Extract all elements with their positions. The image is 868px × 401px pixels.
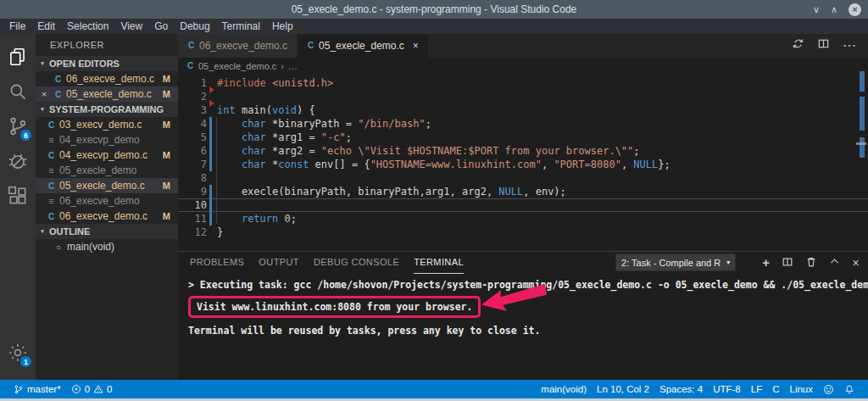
tree-item[interactable]: C 03_execv_demo.c M bbox=[36, 117, 178, 132]
minimize-window-icon[interactable]: ∨ bbox=[813, 5, 820, 14]
c-file-icon: C bbox=[187, 41, 195, 50]
close-tab-icon[interactable]: × bbox=[413, 40, 419, 52]
code-line[interactable]: 6 char *arg2 = "echo \"Visit $HOSTNAME:$… bbox=[178, 144, 868, 158]
symbol-status[interactable]: main(void) bbox=[536, 384, 592, 394]
code-line[interactable]: 3int main(void) { bbox=[178, 103, 868, 117]
tree-item-active[interactable]: C 05_execle_demo.c M bbox=[36, 178, 178, 193]
close-icon[interactable]: × bbox=[42, 89, 47, 99]
more-actions-icon[interactable]: ⋯ bbox=[843, 37, 856, 53]
close-window-icon[interactable]: × bbox=[849, 3, 861, 16]
code-text: char *arg2 = "echo \"Visit $HOSTNAME:$PO… bbox=[217, 144, 640, 158]
symbol-method-icon: ○ bbox=[54, 242, 63, 252]
outline-item[interactable]: ○ main(void) bbox=[36, 239, 178, 254]
search-icon[interactable] bbox=[0, 74, 36, 109]
git-modified-badge: M bbox=[163, 74, 170, 84]
editor-tab-active[interactable]: C 05_execle_demo.c × bbox=[298, 34, 429, 58]
tree-item[interactable]: C 06_execve_demo.c M bbox=[36, 209, 178, 224]
menu-item-terminal[interactable]: Terminal bbox=[216, 20, 266, 32]
code-token bbox=[266, 77, 272, 89]
code-line[interactable]: 5 char *arg1 = "-c"; bbox=[178, 131, 868, 144]
close-panel-icon[interactable]: × bbox=[852, 257, 860, 269]
panel-tab-output[interactable]: OUTPUT bbox=[259, 252, 299, 274]
code-area[interactable]: 1#include <unistd.h>23int main(void) {4 … bbox=[178, 75, 868, 251]
debug-icon[interactable] bbox=[0, 143, 36, 178]
breadcrumb-more[interactable]: … bbox=[288, 61, 298, 71]
bell-icon[interactable] bbox=[839, 384, 860, 395]
code-line[interactable]: 9 execle(binaryPath, binaryPath,arg1, ar… bbox=[178, 185, 868, 198]
indent-setting[interactable]: Spaces: 4 bbox=[654, 384, 708, 394]
tree-item[interactable]: ≡ 04_execvp_demo bbox=[36, 132, 178, 148]
maximize-panel-icon[interactable] bbox=[829, 256, 840, 269]
overview-ruler[interactable] bbox=[856, 34, 866, 251]
code-token: "PORT=8080" bbox=[554, 159, 620, 170]
code-line[interactable]: 2 bbox=[178, 90, 868, 103]
split-editor-icon[interactable] bbox=[817, 37, 830, 53]
tree-item[interactable]: ≡ 06_execve_demo bbox=[36, 193, 178, 209]
feedback-smiley-icon[interactable] bbox=[818, 384, 839, 395]
open-editor-item-active[interactable]: × C 05_execle_demo.c M bbox=[36, 86, 178, 102]
sync-changes-icon[interactable] bbox=[792, 37, 804, 53]
code-token: *arg2 = bbox=[266, 145, 321, 157]
menu-item-selection[interactable]: Selection bbox=[61, 20, 114, 32]
explorer-icon[interactable] bbox=[0, 39, 36, 74]
code-token: char bbox=[242, 131, 266, 143]
c-file-icon: C bbox=[186, 61, 194, 70]
code-line[interactable]: 8 bbox=[178, 171, 868, 185]
code-line[interactable]: 10 bbox=[178, 198, 868, 212]
code-token: * bbox=[266, 159, 278, 170]
open-editors-header[interactable]: ▾ OPEN EDITORS bbox=[36, 56, 178, 71]
breadcrumb[interactable]: C 05_execle_demo.c › … bbox=[178, 58, 868, 75]
code-token: return bbox=[242, 213, 278, 225]
line-number: 4 bbox=[178, 117, 207, 131]
menu-item-edit[interactable]: Edit bbox=[31, 20, 61, 32]
tree-item[interactable]: ≡ 05_execle_demo bbox=[36, 163, 178, 178]
split-terminal-icon[interactable] bbox=[782, 256, 793, 270]
new-terminal-icon[interactable]: + bbox=[762, 256, 770, 269]
status-bar-right: main(void) Ln 10, Col 2 Spaces: 4 UTF-8 … bbox=[536, 384, 860, 395]
os-name[interactable]: Linux bbox=[785, 384, 819, 394]
git-modified-marker bbox=[207, 185, 217, 198]
menu-item-go[interactable]: Go bbox=[148, 20, 174, 32]
code-line[interactable]: 7 char *const env[] = {"HOSTNAME=www.lin… bbox=[178, 158, 868, 171]
eol-status[interactable]: LF bbox=[746, 384, 767, 394]
code-line[interactable]: 11 return 0; bbox=[178, 212, 868, 226]
menu-item-debug[interactable]: Debug bbox=[174, 20, 215, 32]
extensions-icon[interactable] bbox=[0, 178, 36, 213]
manage-gear-icon[interactable]: 1 bbox=[0, 335, 36, 370]
menu-item-help[interactable]: Help bbox=[266, 20, 299, 32]
maximize-window-icon[interactable]: ∧ bbox=[831, 5, 837, 14]
problems-status[interactable]: 0 0 bbox=[66, 384, 118, 394]
code-line[interactable]: 1#include <unistd.h> bbox=[178, 76, 868, 90]
line-number: 12 bbox=[178, 226, 207, 239]
panel-tab-debug-console[interactable]: DEBUG CONSOLE bbox=[314, 252, 399, 274]
branch-name: master* bbox=[27, 384, 61, 394]
section-label: OUTLINE bbox=[49, 226, 90, 237]
panel-tab-terminal[interactable]: TERMINAL bbox=[414, 252, 464, 274]
git-branch-status[interactable]: master* bbox=[8, 384, 66, 395]
kill-terminal-icon[interactable] bbox=[805, 256, 817, 270]
tree-item[interactable]: C 04_execvp_demo.c M bbox=[36, 148, 178, 163]
editor-tab[interactable]: C 06_execve_demo.c bbox=[178, 34, 298, 58]
outline-header[interactable]: ▾ OUTLINE bbox=[36, 224, 178, 239]
language-mode[interactable]: C bbox=[767, 384, 784, 394]
terminal-dropdown[interactable]: 2: Task - Compile and R ▾ bbox=[615, 253, 736, 271]
menu-item-file[interactable]: File bbox=[3, 20, 31, 32]
code-text: char *const env[] = {"HOSTNAME=www.linux… bbox=[217, 158, 670, 171]
open-editor-item[interactable]: C 06_execve_demo.c M bbox=[36, 71, 178, 86]
menu-item-view[interactable]: View bbox=[114, 20, 148, 32]
line-number: 5 bbox=[178, 131, 207, 144]
cursor-position[interactable]: Ln 10, Col 2 bbox=[592, 384, 654, 394]
breadcrumb-file[interactable]: 05_execle_demo.c bbox=[198, 61, 276, 71]
workspace-folder-header[interactable]: ▾ SYSTEM-PROGRAMMING bbox=[36, 102, 178, 117]
main-area: 6 1 EXPLORER ▾ OPEN EDITORS C 06_execve_ bbox=[0, 34, 868, 380]
source-control-icon[interactable]: 6 bbox=[0, 109, 36, 143]
git-modified-badge: M bbox=[163, 211, 170, 221]
panel-actions: + × bbox=[762, 256, 860, 270]
code-line[interactable]: 12} bbox=[178, 226, 868, 239]
error-count: 0 bbox=[85, 384, 90, 394]
explorer-sidebar: EXPLORER ▾ OPEN EDITORS C 06_execve_demo… bbox=[36, 34, 178, 380]
c-file-icon: C bbox=[47, 151, 55, 160]
panel-tab-problems[interactable]: PROBLEMS bbox=[190, 252, 244, 274]
code-line[interactable]: 4 char *binaryPath = "/bin/bash"; bbox=[178, 117, 868, 131]
encoding-status[interactable]: UTF-8 bbox=[708, 384, 746, 394]
